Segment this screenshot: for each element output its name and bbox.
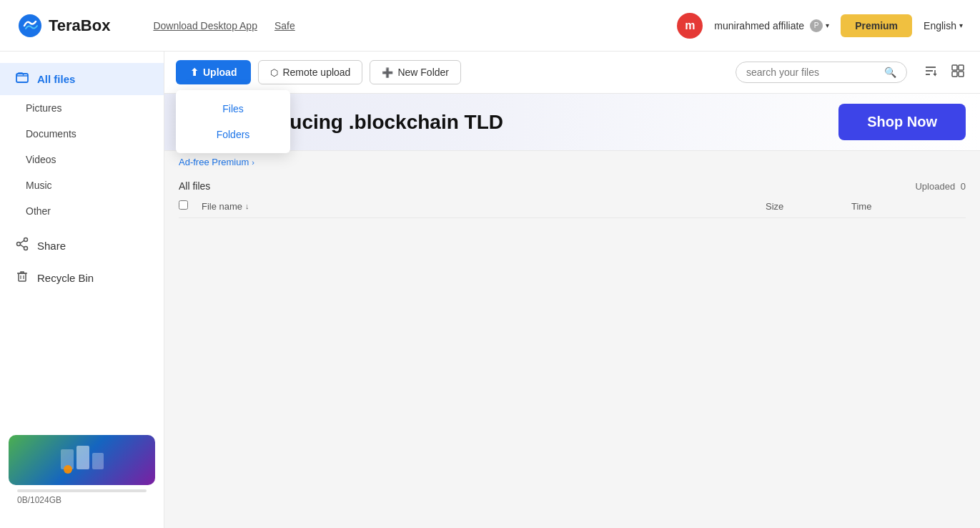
svg-point-3 [24, 247, 28, 250]
new-folder-button[interactable]: ➕ New Folder [370, 60, 461, 84]
music-label: Music [26, 180, 52, 191]
main-layout: All files Pictures Documents Videos Musi… [0, 52, 980, 528]
select-all-checkbox-col [179, 200, 202, 212]
main-content: ⬆ Upload Files Folders ⬡ Remote upload ➕… [164, 52, 980, 528]
sidebar-item-recycle-bin[interactable]: Recycle Bin [0, 262, 164, 294]
sidebar-item-documents[interactable]: Documents [0, 121, 164, 147]
uploaded-count: 0 [961, 181, 966, 192]
logo[interactable]: TeraBox [17, 13, 110, 39]
search-input[interactable] [746, 67, 884, 78]
chevron-down-icon: ▾ [826, 21, 829, 29]
svg-line-6 [20, 245, 24, 248]
upload-dropdown-menu: Files Folders [176, 90, 290, 153]
lang-chevron-icon: ▾ [959, 21, 963, 29]
arrow-icon: › [252, 158, 254, 167]
sidebar-item-all-files[interactable]: All files [0, 63, 164, 95]
search-icon: 🔍 [884, 67, 896, 78]
all-files-icon [14, 70, 30, 88]
svg-rect-1 [16, 74, 28, 82]
header-right: m munirahmed affiliate P ▾ Premium Engli… [677, 13, 963, 39]
ad-free-label: Ad-free Premium [179, 157, 249, 167]
recycle-bin-icon [14, 269, 30, 287]
premium-badge: P [810, 19, 823, 32]
sort-button[interactable] [920, 62, 941, 84]
storage-text: 0B/1024GB [9, 492, 155, 505]
storage-promo-banner[interactable] [9, 435, 155, 485]
pictures-label: Pictures [26, 102, 62, 114]
upload-icon: ⬆ [190, 67, 199, 78]
filename-sort-icon: ↓ [245, 202, 249, 210]
language-label: English [924, 20, 956, 31]
storage-bar-wrap [9, 485, 155, 492]
user-name-area[interactable]: munirahmed affiliate P ▾ [714, 19, 829, 32]
svg-point-2 [24, 238, 28, 242]
remote-upload-label: Remote upload [282, 67, 350, 78]
upload-folders-option[interactable]: Folders [176, 122, 290, 147]
shop-now-button[interactable]: Shop Now [838, 104, 966, 140]
view-controls [920, 62, 969, 84]
svg-rect-22 [959, 72, 964, 77]
filename-col-label: File name [202, 201, 242, 212]
time-col-header: Time [851, 201, 966, 212]
svg-rect-7 [19, 273, 26, 281]
ad-free-premium-link[interactable]: Ad-free Premium › [164, 151, 980, 173]
remote-upload-button[interactable]: ⬡ Remote upload [258, 60, 362, 84]
storage-banner-content [9, 435, 155, 485]
user-name-text: munirahmed affiliate [714, 20, 804, 31]
content-area: ⛓ Introducing .blockchain TLD Shop Now A… [164, 94, 980, 528]
filename-col-header: File name ↓ [202, 201, 766, 212]
sidebar-item-share[interactable]: Share [0, 230, 164, 262]
svg-rect-20 [959, 65, 964, 70]
remote-upload-icon: ⬡ [270, 67, 278, 78]
language-selector[interactable]: English ▾ [924, 20, 963, 31]
size-col-header: Size [766, 201, 851, 212]
header: TeraBox Download Desktop App Safe m muni… [0, 0, 980, 52]
user-avatar[interactable]: m [677, 13, 703, 39]
uploaded-label: Uploaded [915, 181, 955, 192]
svg-rect-12 [76, 446, 89, 469]
svg-line-5 [20, 240, 24, 243]
documents-label: Documents [26, 128, 76, 140]
sidebar-item-videos[interactable]: Videos [0, 147, 164, 172]
files-uploaded-count: Uploaded 0 [915, 181, 966, 192]
new-folder-label: New Folder [397, 67, 449, 78]
svg-point-14 [64, 465, 72, 474]
svg-rect-21 [952, 72, 957, 77]
terabox-logo-icon [17, 13, 43, 39]
search-box[interactable]: 🔍 [736, 62, 907, 83]
table-header: File name ↓ Size Time [179, 195, 966, 218]
files-section-label: All files [179, 180, 210, 192]
files-header: All files Uploaded 0 [179, 173, 966, 195]
upload-label: Upload [203, 67, 237, 78]
sidebar-all-files-label: All files [37, 73, 75, 85]
files-section: All files Uploaded 0 File name ↓ Size [164, 173, 980, 218]
sidebar-item-music[interactable]: Music [0, 172, 164, 198]
other-label: Other [26, 205, 51, 217]
sidebar-bottom: 0B/1024GB [0, 435, 164, 517]
header-links: Download Desktop App Safe [153, 20, 295, 31]
upload-files-option[interactable]: Files [176, 96, 290, 122]
sidebar-item-pictures[interactable]: Pictures [0, 95, 164, 121]
sidebar: All files Pictures Documents Videos Musi… [0, 52, 164, 528]
grid-view-button[interactable] [947, 62, 969, 84]
share-label: Share [37, 240, 66, 252]
sidebar-item-other[interactable]: Other [0, 198, 164, 224]
upload-button[interactable]: ⬆ Upload [176, 60, 251, 84]
download-desktop-link[interactable]: Download Desktop App [153, 20, 257, 31]
videos-label: Videos [26, 154, 56, 165]
svg-rect-13 [92, 453, 104, 469]
safe-link[interactable]: Safe [274, 20, 295, 31]
select-all-checkbox[interactable] [179, 200, 188, 210]
recycle-bin-label: Recycle Bin [37, 272, 94, 284]
logo-text: TeraBox [49, 16, 110, 35]
svg-point-4 [17, 243, 21, 246]
share-icon [14, 237, 30, 255]
new-folder-icon: ➕ [382, 67, 393, 78]
premium-button[interactable]: Premium [841, 14, 912, 37]
svg-rect-19 [952, 65, 957, 70]
toolbar: ⬆ Upload Files Folders ⬡ Remote upload ➕… [164, 52, 980, 94]
